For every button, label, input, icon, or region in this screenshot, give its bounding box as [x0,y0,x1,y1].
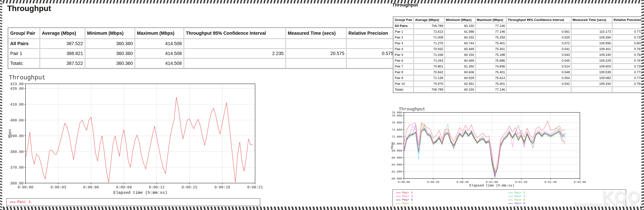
table-cell: 706.789 [414,87,444,92]
svg-text:72.000: 72.000 [392,135,402,138]
table-cell: 77.146 [476,29,506,34]
row-label: All Pairs [394,23,414,29]
report-title-left: Throughput [7,4,51,13]
table-cell: 70.801 [414,64,444,69]
legend-line-swatch [508,196,513,196]
table-cell: 110.173 [572,29,612,34]
legend-label: Pair 5 [402,198,413,201]
table-row: Pair 1070.97562.45175.4010.542109.3340.7… [394,81,643,87]
column-header: Average (Mbps) [40,28,85,39]
svg-text:0:01:20: 0:01:20 [515,180,527,184]
table-cell: 60.150 [445,52,475,58]
row-label: Pair 8 [394,70,414,75]
svg-text:76.000: 76.000 [392,121,402,124]
table-cell: 0.767 [612,58,643,63]
legend-line-swatch [396,203,401,204]
table-cell [184,59,286,68]
table-cell: 61.586 [445,29,475,34]
legend-item: Pair 5 [396,198,508,202]
table-cell: 0.764 [612,52,643,58]
x-axis-label-right: Elapsed time (h:mm:ss) [404,184,580,187]
legend-label: Pair 8 [514,202,525,205]
table-header-row: Group/ PairAverage (Mbps)Minimum (Mbps)M… [394,17,643,23]
table-cell: 71.036 [414,52,444,58]
throughput-summary-table-right: Group/ PairAverage (Mbps)Minimum (Mbps)M… [393,16,644,93]
svg-text:66.000: 66.000 [392,156,402,159]
table-cell [184,39,286,48]
table-row: All Pairs706.78960.15077.146 [394,23,643,29]
table-cell: 71.008 [414,35,444,40]
svg-text:0:00:09: 0:00:09 [116,185,132,189]
legend-label: Pair 2 [514,191,525,194]
svg-text:370.00: 370.00 [10,165,24,170]
table-row: Pair 770.80161.35074.8360.514109.6030.72… [394,64,643,69]
row-label: Totals: [8,59,40,68]
table-cell: 0.773 [612,70,643,75]
row-label: Pair 9 [394,75,414,81]
table-cell [612,23,643,29]
column-header: Measured Time (secs) [286,28,346,39]
column-header: Minimum (Mbps) [445,17,475,23]
svg-text:380.00: 380.00 [10,150,24,154]
row-label: Pair 3 [394,41,414,46]
table-cell: 0.554 [506,75,571,81]
table-cell: 0.514 [506,64,571,69]
column-header: Group/ Pair [8,28,40,39]
table-cell: 2.235 [184,49,286,58]
row-label: Pair 4 [394,46,414,52]
svg-text:0:00:40: 0:00:40 [456,180,468,184]
table-cell: 0.575 [346,49,395,58]
table-cell [572,23,612,29]
table-row: All Pairs387.522360.360414.508 [8,39,395,48]
column-header: Maximum (Mbps) [135,28,184,39]
table-row: Pair 671.04360.46975.6860.545109.2290.76… [394,58,643,63]
table-cell: 360.360 [85,59,135,68]
row-label: Pair 2 [394,35,414,40]
table-cell: 109.334 [572,81,612,87]
table-row: Pair 371.27560.74475.4010.572109.9960.80… [394,41,643,46]
column-header: Minimum (Mbps) [85,28,135,39]
row-label: Pair 1 [8,49,40,58]
table-row: Pair 271.00860.33275.2590.525109.2840.73… [394,35,643,40]
legend-label: Pair 1 [17,200,31,204]
row-label: Pair 10 [394,81,414,87]
column-header: Measured Time (secs) [572,17,612,23]
svg-text:420.00: 420.00 [10,87,24,91]
svg-text:78.900: 78.900 [392,111,402,114]
svg-text:Mbps: Mbps [390,142,394,149]
decorative-border-left [0,0,2,210]
svg-text:400.00: 400.00 [10,118,24,123]
legend-line-swatch [396,196,401,196]
svg-text:0:00:03: 0:00:03 [50,185,66,189]
table-cell: 0.572 [506,41,571,46]
svg-text:74.000: 74.000 [392,128,402,131]
table-cell: 75.401 [476,70,506,75]
table-cell: 60.469 [445,58,475,63]
table-cell: 77.146 [476,23,506,29]
svg-text:68.000: 68.000 [392,149,402,152]
table-cell: 0.763 [612,46,643,52]
table-cell: 70.975 [414,81,444,87]
table-cell: 77.146 [476,87,506,92]
table-header-row: Group/ PairAverage (Mbps)Minimum (Mbps)M… [8,28,395,39]
legend-line-swatch [10,202,16,202]
table-cell: 109.996 [572,41,612,46]
table-cell: 61.350 [445,64,475,69]
table-row: Pair 971.13960.92975.6140.554109.0820.77… [394,75,643,81]
table-cell: 75.188 [476,52,506,58]
svg-text:78.000: 78.000 [392,114,402,117]
table-cell: 71.043 [414,58,444,63]
table-cell: 706.789 [414,23,444,29]
svg-text:60.000: 60.000 [392,177,402,180]
table-cell: 72.613 [414,29,444,34]
table-cell: 0.726 [612,64,643,69]
table-cell [346,39,395,48]
table-cell: 0.541 [506,46,571,52]
table-cell [612,87,643,92]
table-cell: 414.508 [135,39,184,48]
table-cell [506,87,571,92]
column-header: Maximum (Mbps) [476,17,506,23]
legend-line-swatch [508,193,513,193]
table-cell: 74.836 [476,64,506,69]
svg-text:0:02:00: 0:02:00 [574,180,586,184]
